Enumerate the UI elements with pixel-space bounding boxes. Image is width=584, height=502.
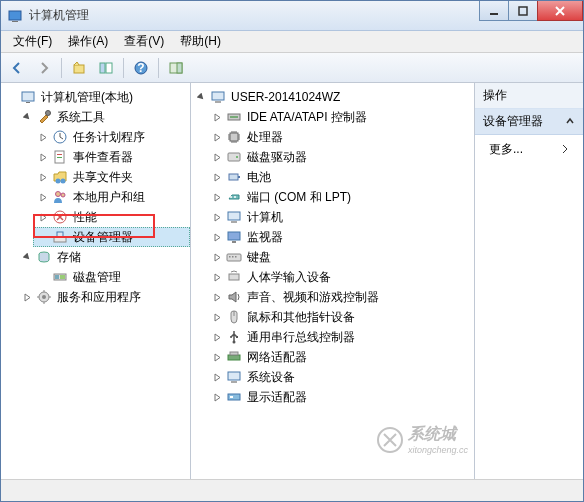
expand-icon[interactable] bbox=[211, 171, 223, 183]
svg-rect-26 bbox=[57, 232, 63, 237]
tree-node-task-scheduler[interactable]: 任务计划程序 bbox=[33, 127, 190, 147]
tree-label: 系统设备 bbox=[245, 368, 297, 387]
tree-label: USER-20141024WZ bbox=[229, 89, 342, 105]
device-node-sound[interactable]: 声音、视频和游戏控制器 bbox=[207, 287, 474, 307]
device-node-cpu[interactable]: 处理器 bbox=[207, 127, 474, 147]
svg-rect-44 bbox=[228, 212, 240, 220]
svg-rect-49 bbox=[229, 256, 231, 258]
show-hide-tree-button[interactable] bbox=[94, 56, 118, 80]
titlebar: 计算机管理 bbox=[1, 1, 583, 31]
window-title: 计算机管理 bbox=[29, 7, 89, 24]
device-node-computer[interactable]: 计算机 bbox=[207, 207, 474, 227]
menu-view[interactable]: 查看(V) bbox=[116, 31, 172, 52]
tree-node-device-manager[interactable]: 设备管理器 bbox=[33, 227, 190, 247]
menu-action[interactable]: 操作(A) bbox=[60, 31, 116, 52]
maximize-button[interactable] bbox=[508, 1, 538, 21]
device-node-ide[interactable]: IDE ATA/ATAPI 控制器 bbox=[207, 107, 474, 127]
expand-icon[interactable] bbox=[37, 171, 49, 183]
computer-icon bbox=[210, 89, 226, 105]
svg-rect-13 bbox=[22, 92, 34, 101]
expand-icon[interactable] bbox=[211, 251, 223, 263]
device-node-keyboards[interactable]: 键盘 bbox=[207, 247, 474, 267]
services-icon bbox=[36, 289, 52, 305]
expand-icon[interactable] bbox=[37, 131, 49, 143]
svg-rect-59 bbox=[228, 372, 240, 380]
device-node-hid[interactable]: 人体学输入设备 bbox=[207, 267, 474, 287]
tree-node-storage[interactable]: 存储 bbox=[17, 247, 190, 267]
svg-rect-50 bbox=[232, 256, 234, 258]
expand-icon[interactable] bbox=[211, 371, 223, 383]
tree-node-services[interactable]: 服务和应用程序 bbox=[17, 287, 190, 307]
expand-icon[interactable] bbox=[37, 191, 49, 203]
expand-icon[interactable] bbox=[37, 151, 49, 163]
svg-point-63 bbox=[378, 428, 402, 452]
tree-label: 计算机 bbox=[245, 208, 285, 227]
device-node-system-devices[interactable]: 系统设备 bbox=[207, 367, 474, 387]
minimize-button[interactable] bbox=[479, 1, 509, 21]
console-tree[interactable]: 计算机管理(本地) 系统工具 bbox=[1, 87, 190, 307]
tree-node-shared-folders[interactable]: 共享文件夹 bbox=[33, 167, 190, 187]
device-node-display[interactable]: 显示适配器 bbox=[207, 387, 474, 407]
svg-point-23 bbox=[61, 193, 65, 197]
device-tree[interactable]: USER-20141024WZ IDE ATA/ATAPI 控制器 处理器 磁盘… bbox=[191, 87, 474, 407]
expand-icon[interactable] bbox=[211, 131, 223, 143]
chevron-up-icon[interactable] bbox=[565, 115, 575, 129]
tree-label: 通用串行总线控制器 bbox=[245, 328, 357, 347]
menu-help[interactable]: 帮助(H) bbox=[172, 31, 229, 52]
tree-node-disk-management[interactable]: 磁盘管理 bbox=[33, 267, 190, 287]
svg-rect-7 bbox=[100, 63, 105, 73]
device-node-mouse[interactable]: 鼠标和其他指针设备 bbox=[207, 307, 474, 327]
tree-node-system-tools[interactable]: 系统工具 bbox=[17, 107, 190, 127]
svg-rect-61 bbox=[228, 394, 240, 400]
expand-icon[interactable] bbox=[211, 211, 223, 223]
titlebar-left: 计算机管理 bbox=[7, 7, 89, 24]
svg-text:?: ? bbox=[137, 61, 144, 75]
watermark-sub: xitongcheng.cc bbox=[408, 445, 468, 455]
device-node-usb[interactable]: 通用串行总线控制器 bbox=[207, 327, 474, 347]
expander-icon[interactable] bbox=[5, 91, 17, 103]
expand-icon[interactable] bbox=[211, 271, 223, 283]
device-node-monitors[interactable]: 监视器 bbox=[207, 227, 474, 247]
svg-rect-57 bbox=[228, 355, 240, 360]
up-button[interactable] bbox=[67, 56, 91, 80]
expand-icon[interactable] bbox=[211, 231, 223, 243]
expand-icon[interactable] bbox=[211, 151, 223, 163]
svg-rect-0 bbox=[9, 11, 21, 20]
device-node-network[interactable]: 网络适配器 bbox=[207, 347, 474, 367]
svg-rect-30 bbox=[60, 275, 65, 279]
app-icon bbox=[7, 8, 23, 24]
expand-icon[interactable] bbox=[211, 291, 223, 303]
action-more[interactable]: 更多... bbox=[475, 135, 583, 164]
collapse-icon[interactable] bbox=[195, 91, 207, 103]
expand-icon[interactable] bbox=[21, 291, 33, 303]
tree-label: 服务和应用程序 bbox=[55, 288, 143, 307]
storage-icon bbox=[36, 249, 52, 265]
expand-icon[interactable] bbox=[211, 351, 223, 363]
device-node-ports[interactable]: 端口 (COM 和 LPT) bbox=[207, 187, 474, 207]
tree-node-root[interactable]: 计算机管理(本地) bbox=[1, 87, 190, 107]
expand-icon[interactable] bbox=[211, 111, 223, 123]
device-node-battery[interactable]: 电池 bbox=[207, 167, 474, 187]
tree-node-local-users[interactable]: 本地用户和组 bbox=[33, 187, 190, 207]
close-button[interactable] bbox=[537, 1, 583, 21]
back-button[interactable] bbox=[5, 56, 29, 80]
tree-label: 系统工具 bbox=[55, 108, 107, 127]
tree-node-event-viewer[interactable]: 事件查看器 bbox=[33, 147, 190, 167]
system-device-icon bbox=[226, 369, 242, 385]
action-pane-button[interactable] bbox=[164, 56, 188, 80]
help-button[interactable]: ? bbox=[129, 56, 153, 80]
expand-icon[interactable] bbox=[211, 391, 223, 403]
collapse-icon[interactable] bbox=[21, 251, 33, 263]
expand-icon[interactable] bbox=[211, 311, 223, 323]
computer-mgmt-icon bbox=[20, 89, 36, 105]
forward-button[interactable] bbox=[32, 56, 56, 80]
action-more-label: 更多... bbox=[489, 141, 523, 158]
expand-icon[interactable] bbox=[211, 331, 223, 343]
expand-icon[interactable] bbox=[211, 191, 223, 203]
menu-file[interactable]: 文件(F) bbox=[5, 31, 60, 52]
collapse-icon[interactable] bbox=[21, 111, 33, 123]
device-node-root[interactable]: USER-20141024WZ bbox=[191, 87, 474, 107]
expand-icon[interactable] bbox=[37, 211, 49, 223]
device-node-disk-drives[interactable]: 磁盘驱动器 bbox=[207, 147, 474, 167]
tree-node-performance[interactable]: 性能 bbox=[33, 207, 190, 227]
